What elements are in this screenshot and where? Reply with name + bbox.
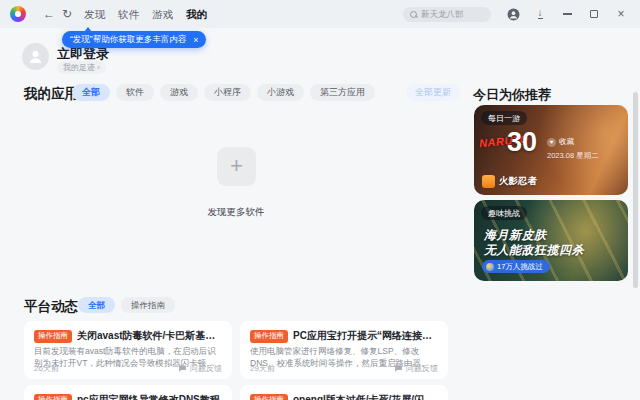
refresh-icon[interactable]: ↻ — [58, 5, 76, 23]
daily-game-badge: 每日一游 — [481, 111, 527, 125]
nav-tab-discover[interactable]: 发现 — [84, 0, 105, 28]
nav-tab-software[interactable]: 软件 — [118, 0, 139, 28]
feedback-link[interactable]: 问题反馈 — [178, 363, 222, 374]
feed-card-title: PC应用宝打开提示“网络连接错误” — [293, 329, 438, 343]
discover-tooltip: “发现”帮助你获取更多丰富内容 × — [62, 31, 206, 48]
daily-game-card[interactable]: 每日一游 NARUTO 30 ♥ 收藏 2023.08 星期二 火影忍者 — [474, 105, 628, 195]
feedback-label: 问题反馈 — [406, 363, 438, 374]
my-apps-title: 我的应用 — [24, 85, 78, 103]
download-icon[interactable]: ↓ — [531, 5, 549, 23]
tooltip-close-icon[interactable]: × — [193, 35, 198, 45]
chat-icon — [178, 364, 187, 373]
user-account-icon[interactable] — [504, 5, 522, 23]
app-window: ← ↻ 发现 软件 游戏 我的 ↓ × “发现”帮助你获取更多丰富内容 × — [0, 0, 640, 400]
feed-grid: 操作指南 关闭avast防毒软件/卡巴斯基减少卡顿现象 目前发现装有avast防… — [24, 321, 448, 400]
challenge-stat-icon — [486, 263, 494, 271]
plus-icon: + — [230, 155, 243, 177]
challenge-stat-label: 17万人挑战过 — [497, 262, 543, 272]
update-all-button[interactable]: 全部更新 — [406, 84, 460, 101]
feedback-label: 问题反馈 — [190, 363, 222, 374]
feed-filters: 全部 操作指南 — [78, 297, 175, 313]
calendar-day: 30 — [507, 127, 537, 158]
nav-tab-games[interactable]: 游戏 — [152, 0, 173, 28]
daily-game-name: 火影忍者 — [499, 175, 537, 188]
feed-card-title: 关闭avast防毒软件/卡巴斯基减少卡顿现象 — [77, 329, 222, 343]
chat-icon — [394, 364, 403, 373]
filter-games[interactable]: 游戏 — [160, 84, 198, 101]
feed-card-title: opengl版本过低/卡死/花屏/闪退，升级显卡驱动… — [293, 393, 438, 400]
filter-thirdparty[interactable]: 第三方应用 — [310, 84, 375, 101]
topbar: ← ↻ 发现 软件 游戏 我的 ↓ × — [0, 0, 640, 28]
back-icon[interactable]: ← — [40, 5, 58, 23]
add-more-apps-button[interactable]: + — [217, 147, 256, 186]
feed-card-title: pc应用宝网络异常修改DNS教程 — [77, 393, 220, 400]
feedback-link[interactable]: 问题反馈 — [394, 363, 438, 374]
filter-miniprogram[interactable]: 小程序 — [204, 84, 251, 101]
challenge-stat: 17万人挑战过 — [482, 260, 550, 273]
app-logo-icon[interactable] — [10, 6, 26, 22]
guide-tag: 操作指南 — [250, 330, 288, 343]
guide-tag: 操作指南 — [34, 394, 72, 400]
daily-game-row: 火影忍者 — [482, 175, 537, 188]
filter-all[interactable]: 全部 — [72, 84, 110, 101]
search-input[interactable] — [421, 9, 484, 19]
feed-card[interactable]: 操作指南 pc应用宝网络异常修改DNS教程 — [24, 385, 232, 400]
maximize-icon[interactable] — [585, 5, 603, 23]
feed-card[interactable]: 操作指南 PC应用宝打开提示“网络连接错误” 使用电脑管家进行网络修复、修复LS… — [240, 321, 448, 379]
feed-card[interactable]: 操作指南 关闭avast防毒软件/卡巴斯基减少卡顿现象 目前发现装有avast防… — [24, 321, 232, 379]
feed-title: 平台动态 — [24, 298, 78, 316]
feed-card[interactable]: 操作指南 opengl版本过低/卡死/花屏/闪退，升级显卡驱动… — [240, 385, 448, 400]
scrollbar-thumb[interactable] — [633, 92, 638, 288]
my-apps-filters: 全部 软件 游戏 小程序 小游戏 第三方应用 — [72, 84, 375, 101]
filter-software[interactable]: 软件 — [116, 84, 154, 101]
heart-icon: ♥ — [547, 138, 556, 147]
avatar[interactable] — [22, 43, 49, 70]
game-app-icon — [482, 175, 495, 188]
add-more-label: 发现更多软件 — [170, 206, 302, 219]
guide-tag: 操作指南 — [250, 394, 288, 400]
minimize-icon[interactable] — [558, 5, 576, 23]
calendar-date: 2023.08 星期二 — [547, 151, 599, 161]
feed-card-time: 29天前 — [250, 363, 275, 374]
recommend-title: 今日为你推荐 — [473, 86, 551, 104]
challenge-card[interactable]: 趣味挑战 海月新皮肤 无人能敌狂揽四杀 17万人挑战过 — [474, 200, 628, 281]
guide-tag: 操作指南 — [34, 330, 72, 343]
filter-minigames[interactable]: 小游戏 — [257, 84, 304, 101]
feed-card-time: 26天前 — [34, 363, 59, 374]
search-box[interactable] — [403, 7, 491, 22]
tooltip-text: “发现”帮助你获取更多丰富内容 — [70, 34, 186, 46]
main-nav: 发现 软件 游戏 我的 — [84, 0, 207, 28]
search-icon — [410, 11, 417, 18]
collect-row[interactable]: ♥ 收藏 — [547, 137, 574, 147]
nav-tab-mine[interactable]: 我的 — [186, 0, 207, 28]
my-footprints-link[interactable]: 我的足迹 › — [57, 61, 106, 74]
challenge-badge: 趣味挑战 — [481, 206, 527, 220]
feed-filter-guide[interactable]: 操作指南 — [121, 297, 175, 313]
challenge-line2: 无人能敌狂揽四杀 — [484, 242, 584, 259]
close-icon[interactable]: × — [612, 5, 630, 23]
feed-filter-all[interactable]: 全部 — [78, 297, 115, 313]
collect-label: 收藏 — [559, 137, 574, 147]
